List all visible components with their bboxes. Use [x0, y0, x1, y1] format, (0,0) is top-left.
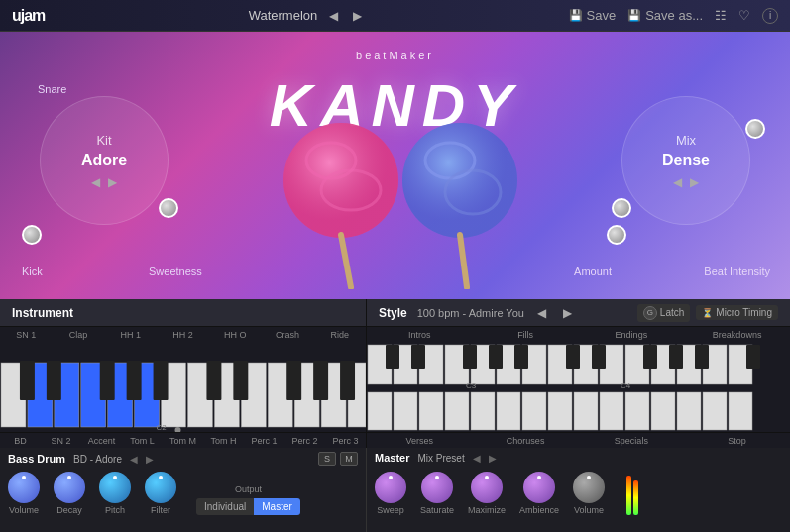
amount-label: Amount: [574, 266, 612, 277]
instrument-keyboard[interactable]: C2: [0, 343, 367, 432]
svg-text:C3: C3: [466, 381, 477, 390]
kick-label: Kick: [22, 266, 43, 277]
style-top-labels: Intros Fills Endings Breakdowns: [367, 327, 790, 343]
maximize-knob-label: Maximize: [468, 505, 506, 515]
tomm-label: Tom M: [163, 433, 203, 448]
decay-knob-label: Decay: [56, 505, 82, 515]
svg-rect-63: [625, 392, 649, 430]
sm-buttons: S M: [318, 452, 358, 466]
fills-label: Fills: [473, 327, 579, 343]
kit-next[interactable]: ▶: [108, 175, 117, 189]
svg-rect-32: [313, 361, 328, 400]
sn2-label: SN 2: [41, 433, 81, 448]
style-header: Style 100 bpm - Admire You ◀ ▶ G Latch ⏳…: [367, 299, 790, 326]
save-as-button[interactable]: 💾 Save as...: [627, 8, 703, 23]
hero-section: beatMaker KANDY Kit Adore ◀ ▶ Mix Dense …: [0, 32, 790, 299]
stop-label: Stop: [684, 433, 790, 448]
next-preset-arrow[interactable]: ▶: [349, 8, 365, 24]
kit-knob[interactable]: [159, 198, 178, 218]
top-right: 💾 Save 💾 Save as... ☷ ♡ i: [569, 8, 778, 24]
top-right-knob[interactable]: [745, 119, 765, 139]
svg-point-6: [402, 123, 517, 238]
svg-rect-57: [471, 392, 495, 430]
svg-point-1: [283, 123, 398, 238]
micro-timing-button[interactable]: ⏳ Micro Timing: [696, 305, 778, 320]
style-next-arrow[interactable]: ▶: [560, 305, 576, 321]
hh2-label: HH 2: [157, 327, 209, 343]
master-volume-knob[interactable]: [573, 472, 605, 503]
save-button[interactable]: 💾 Save: [569, 8, 617, 23]
master-volume-label: Volume: [574, 505, 604, 515]
bd-next-arrow[interactable]: ▶: [146, 454, 154, 465]
maximize-knob[interactable]: [471, 472, 503, 503]
latch-circle: G: [643, 306, 657, 320]
master-volume-knob-unit: Volume: [573, 472, 605, 515]
svg-rect-26: [100, 361, 115, 400]
decay-knob[interactable]: [54, 472, 85, 503]
ambience-knob[interactable]: [523, 472, 555, 503]
svg-rect-76: [669, 345, 683, 369]
sweep-knob[interactable]: [375, 472, 406, 503]
preset-name: Watermelon: [249, 8, 318, 23]
prev-preset-arrow[interactable]: ◀: [325, 8, 341, 24]
svg-rect-27: [127, 361, 142, 400]
filter-knob[interactable]: [145, 472, 176, 503]
individual-button[interactable]: Individual: [196, 498, 254, 515]
volume-knob-label: Volume: [9, 505, 39, 515]
s-button[interactable]: S: [318, 452, 336, 466]
amount-knob[interactable]: [607, 225, 626, 245]
clap-label: Clap: [53, 327, 105, 343]
pitch-knob[interactable]: [99, 472, 131, 503]
drum-bottom-labels: BD SN 2 Accent Tom L Tom M Tom H Perc 1 …: [0, 433, 367, 448]
mix-preset-prev[interactable]: ◀: [473, 453, 481, 464]
pitch-knob-label: Pitch: [105, 505, 125, 515]
bd-label: BD: [0, 433, 41, 448]
style-prev-arrow[interactable]: ◀: [534, 305, 550, 321]
svg-rect-58: [497, 392, 520, 430]
style-keyboard[interactable]: C3 C4: [367, 343, 790, 432]
svg-rect-25: [47, 361, 61, 400]
mix-next[interactable]: ▶: [690, 175, 699, 189]
saturate-knob[interactable]: [421, 472, 453, 503]
candy-left: [277, 111, 405, 289]
bottom-controls: Bass Drum BD - Adore ◀ ▶ S M Volume: [0, 448, 790, 532]
svg-rect-71: [489, 345, 503, 369]
master-button[interactable]: Master: [254, 498, 300, 515]
volume-knob[interactable]: [8, 472, 40, 503]
mix-title: Mix: [676, 133, 696, 148]
svg-line-9: [460, 235, 467, 287]
mix-preset-next[interactable]: ▶: [489, 453, 497, 464]
bell-icon[interactable]: ♡: [738, 8, 750, 23]
latch-button[interactable]: G Latch: [637, 304, 690, 322]
svg-rect-31: [286, 361, 301, 400]
sn1-label: SN 1: [0, 327, 53, 343]
svg-rect-73: [566, 345, 580, 369]
kit-prev[interactable]: ◀: [91, 175, 100, 189]
svg-rect-68: [386, 345, 399, 369]
svg-rect-69: [411, 345, 425, 369]
choruses-label: Choruses: [473, 433, 579, 448]
m-button[interactable]: M: [340, 452, 358, 466]
saturate-knob-label: Saturate: [420, 505, 454, 515]
info-icon[interactable]: i: [762, 8, 778, 24]
mix-value: Dense: [662, 152, 710, 169]
output-label: Output: [235, 484, 262, 494]
output-toggle: Output Individual Master: [196, 484, 300, 515]
svg-rect-24: [20, 361, 35, 400]
bd-prev-arrow[interactable]: ◀: [130, 454, 138, 465]
grid-icon[interactable]: ☷: [715, 8, 727, 23]
svg-text:C2: C2: [156, 423, 167, 432]
kit-title: Kit: [96, 133, 111, 148]
mix-knob[interactable]: [612, 198, 631, 218]
kick-knob[interactable]: [22, 225, 42, 245]
svg-rect-67: [729, 392, 752, 430]
instrument-header: Instrument: [0, 299, 367, 326]
ride-label: Ride: [313, 327, 366, 343]
style-title: Style: [379, 306, 407, 320]
hho-label: HH O: [209, 327, 262, 343]
svg-text:C4: C4: [621, 381, 631, 390]
top-bar: ujam Watermelon ◀ ▶ 💾 Save 💾 Save as... …: [0, 0, 790, 32]
tomh-label: Tom H: [203, 433, 244, 448]
specials-label: Specials: [579, 433, 685, 448]
mix-prev[interactable]: ◀: [673, 175, 682, 189]
